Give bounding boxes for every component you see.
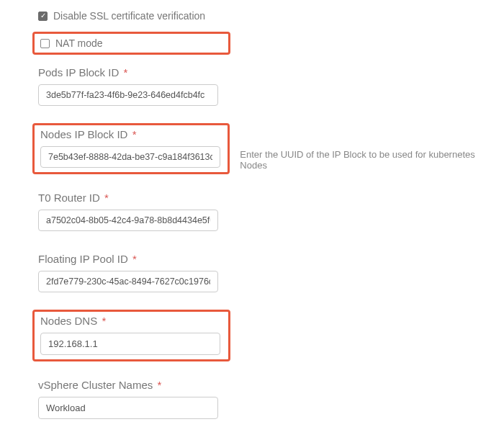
required-asterisk: * (104, 192, 109, 204)
floating-ip-label: Floating IP Pool ID * (38, 253, 225, 265)
nodes-ip-field: Nodes IP Block ID * (32, 123, 230, 174)
nat-checkbox-label: NAT mode (55, 37, 103, 49)
required-asterisk: * (123, 66, 127, 78)
pods-ip-label: Pods IP Block ID * (38, 66, 225, 78)
nodes-dns-input[interactable] (40, 333, 220, 355)
nodes-ip-help: Enter the UUID of the IP Block to be use… (240, 149, 504, 171)
ssl-checkbox-row[interactable]: ✓ Disable SSL certificate verification (38, 7, 504, 24)
nodes-dns-field: Nodes DNS * (32, 310, 230, 361)
checkbox-unchecked-icon (40, 39, 50, 48)
form-container: ✓ Disable SSL certificate verification N… (0, 7, 504, 423)
pods-ip-field: Pods IP Block ID * (32, 62, 230, 110)
pods-ip-input[interactable] (38, 84, 218, 106)
vsphere-input[interactable] (38, 397, 218, 419)
t0-router-field: T0 Router ID * (32, 187, 230, 235)
t0-router-label: T0 Router ID * (38, 192, 225, 204)
nat-checkbox-row[interactable]: NAT mode (32, 32, 230, 55)
t0-router-input[interactable] (38, 210, 218, 231)
checkbox-checked-icon: ✓ (38, 12, 48, 21)
required-asterisk: * (157, 379, 161, 391)
vsphere-field: vSphere Cluster Names * (32, 374, 230, 423)
required-asterisk: * (102, 315, 106, 327)
nodes-dns-label: Nodes DNS * (40, 315, 222, 327)
nodes-ip-label: Nodes IP Block ID * (40, 128, 222, 140)
ssl-checkbox-label: Disable SSL certificate verification (53, 10, 205, 22)
vsphere-label: vSphere Cluster Names * (38, 379, 225, 391)
floating-ip-field: Floating IP Pool ID * (32, 248, 230, 297)
floating-ip-input[interactable] (38, 271, 218, 292)
required-asterisk: * (132, 128, 137, 140)
nodes-ip-input[interactable] (40, 146, 220, 168)
required-asterisk: * (132, 253, 137, 265)
